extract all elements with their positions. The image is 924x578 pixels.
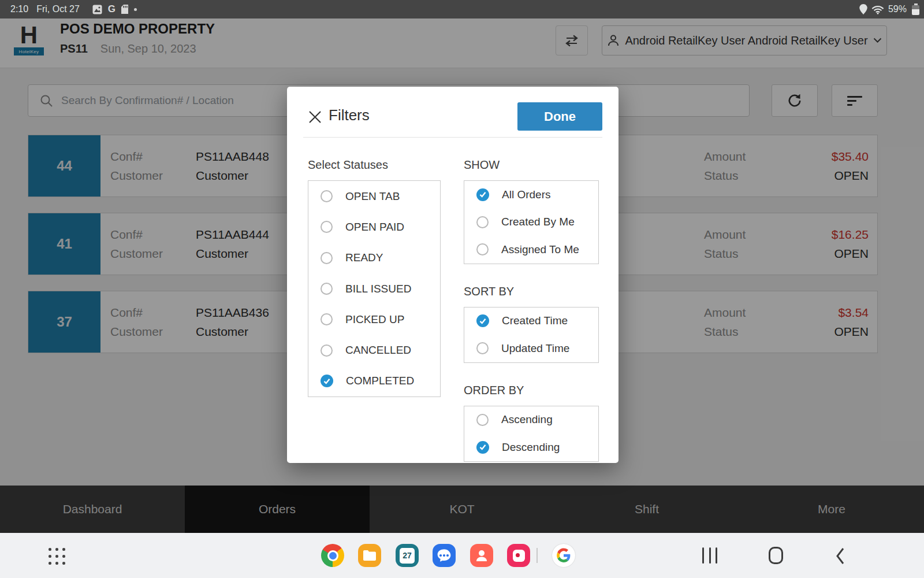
app-drawer-icon[interactable]: [49, 548, 66, 565]
filter-option-label: COMPLETED: [346, 375, 414, 387]
back-button[interactable]: [836, 547, 845, 565]
filter-option[interactable]: Updated Time: [464, 335, 598, 362]
screenshot-notification-icon: [92, 5, 102, 14]
filter-option[interactable]: Assigned To Me: [464, 236, 598, 264]
filter-option[interactable]: READY: [308, 243, 440, 273]
filter-option[interactable]: BILL ISSUED: [308, 273, 440, 304]
radio-unchecked-icon: [321, 283, 333, 295]
done-button[interactable]: Done: [517, 102, 602, 131]
status-time: 2:10: [10, 4, 28, 14]
order-by-heading: ORDER BY: [464, 384, 599, 397]
taskbar-divider: [536, 548, 538, 563]
sort-by-option-group: Created Time Updated Time: [464, 307, 599, 363]
radio-unchecked-icon: [476, 414, 489, 426]
home-button[interactable]: [769, 547, 783, 564]
filter-option-label: Created By Me: [501, 216, 575, 228]
messages-dots: [439, 554, 449, 557]
notification-dot-icon: [134, 8, 137, 11]
gallery-icon[interactable]: [507, 544, 530, 567]
filter-option[interactable]: OPEN TAB: [308, 181, 440, 212]
status-date: Fri, Oct 27: [36, 4, 80, 14]
screen: 2:10 Fri, Oct 27 G 59%: [0, 0, 924, 578]
sdcard-notification-icon: [121, 5, 128, 14]
show-heading: SHOW: [464, 158, 599, 172]
modal-title: Filters: [329, 106, 370, 124]
radio-unchecked-icon: [476, 216, 489, 228]
filter-option[interactable]: All Orders: [464, 181, 598, 209]
checkbox-checked-icon: [476, 441, 489, 454]
google-app-icon[interactable]: [552, 544, 575, 567]
radio-unchecked-icon: [321, 344, 333, 357]
modal-header: Filters Done: [287, 87, 619, 137]
statuses-option-group: OPEN TAB OPEN PAID READY BILL ISSUED: [308, 180, 441, 397]
filter-option-label: CANCELLED: [345, 344, 411, 357]
order-by-option-group: Ascending Descending: [464, 406, 599, 462]
files-icon[interactable]: [358, 544, 381, 567]
radio-unchecked-icon: [321, 190, 333, 202]
contacts-icon[interactable]: [470, 544, 493, 567]
filter-option-label: Updated Time: [501, 342, 569, 355]
filter-option[interactable]: Descending: [464, 433, 598, 461]
filter-option[interactable]: Created By Me: [464, 209, 598, 236]
sort-by-heading: SORT BY: [464, 285, 599, 298]
filter-option-label: READY: [345, 251, 383, 264]
radio-unchecked-icon: [321, 252, 333, 264]
filter-option[interactable]: Ascending: [464, 406, 598, 434]
filter-option[interactable]: COMPLETED: [308, 366, 440, 397]
filter-option-label: BILL ISSUED: [345, 283, 411, 295]
filter-option[interactable]: Created Time: [464, 307, 598, 335]
filter-option-label: All Orders: [502, 188, 550, 201]
calendar-icon[interactable]: 27: [396, 544, 419, 567]
filters-modal: Filters Done Select Statuses OPEN TAB OP…: [287, 87, 619, 463]
filter-option-label: OPEN PAID: [345, 221, 404, 234]
recents-button[interactable]: [702, 547, 717, 564]
radio-unchecked-icon: [321, 221, 333, 233]
filter-option-label: OPEN TAB: [345, 190, 400, 203]
google-notification-icon: G: [108, 3, 116, 15]
filter-option-label: Descending: [502, 441, 560, 454]
messages-icon[interactable]: [433, 544, 456, 567]
filter-option-label: Assigned To Me: [501, 243, 579, 256]
location-icon: [859, 4, 867, 14]
battery-percent: 59%: [888, 4, 907, 14]
battery-icon: [912, 3, 919, 15]
android-status-bar: 2:10 Fri, Oct 27 G 59%: [0, 0, 924, 18]
filter-option-label: Created Time: [502, 314, 568, 327]
radio-unchecked-icon: [476, 342, 489, 354]
android-taskbar: 27: [0, 533, 924, 578]
filter-option[interactable]: OPEN PAID: [308, 212, 440, 242]
filter-option[interactable]: CANCELLED: [308, 335, 440, 365]
checkbox-checked-icon: [321, 375, 333, 387]
show-option-group: All Orders Created By Me Assigned To Me: [464, 180, 599, 264]
radio-unchecked-icon: [321, 313, 333, 325]
wifi-icon: [871, 5, 884, 14]
checkbox-checked-icon: [476, 314, 489, 327]
calendar-day: 27: [400, 548, 415, 564]
statuses-heading: Select Statuses: [308, 158, 441, 172]
filter-option-label: PICKED UP: [345, 313, 404, 326]
close-icon[interactable]: [308, 110, 322, 124]
filter-option[interactable]: PICKED UP: [308, 304, 440, 335]
radio-unchecked-icon: [476, 243, 489, 255]
chrome-icon[interactable]: [321, 544, 344, 567]
filter-option-label: Ascending: [501, 413, 553, 426]
checkbox-checked-icon: [476, 188, 489, 201]
